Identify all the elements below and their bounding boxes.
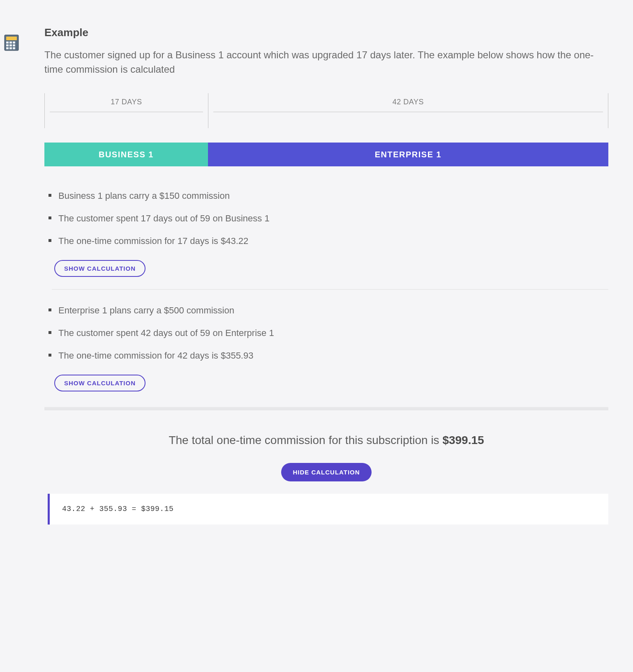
svg-rect-10 [13,47,15,49]
business-list: Business 1 plans carry a $150 commission… [44,189,608,248]
list-item: Business 1 plans carry a $150 commission [49,189,608,203]
timeline-segment-2: 42 DAYS [208,93,608,128]
list-item: The one-time commission for 42 days is $… [49,349,608,362]
svg-rect-9 [9,47,12,49]
svg-rect-1 [6,37,17,40]
section-divider [44,407,608,410]
svg-rect-3 [9,41,12,44]
svg-rect-8 [6,47,9,49]
calculator-icon [4,35,19,55]
total-prefix: The total one-time commission for this s… [169,434,442,446]
svg-rect-7 [13,44,15,46]
timeline: 17 DAYS 42 DAYS [44,93,608,128]
svg-rect-2 [6,41,9,44]
list-item: The customer spent 42 days out of 59 on … [49,326,608,340]
show-calculation-button[interactable]: SHOW CALCULATION [54,260,146,277]
example-intro: The customer signed up for a Business 1 … [44,48,608,77]
hide-calculation-button[interactable]: HIDE CALCULATION [281,463,371,481]
plan-bars: BUSINESS 1 ENTERPRISE 1 [44,143,608,166]
plan-bar-enterprise: ENTERPRISE 1 [208,143,608,166]
show-calculation-button[interactable]: SHOW CALCULATION [54,375,146,391]
example-card: Example The customer signed up for a Bus… [0,0,633,557]
timeline-label-1: 17 DAYS [45,93,208,112]
svg-rect-4 [13,41,15,44]
svg-rect-5 [6,44,9,46]
total-commission-line: The total one-time commission for this s… [44,432,608,449]
svg-rect-6 [9,44,12,46]
calculation-box: 43.22 + 355.93 = $399.15 [48,494,608,525]
list-item: The customer spent 17 days out of 59 on … [49,212,608,225]
divider [52,289,608,290]
timeline-label-2: 42 DAYS [208,93,608,112]
timeline-segment-1: 17 DAYS [44,93,208,128]
total-amount: $399.15 [442,434,484,446]
example-title: Example [44,25,608,41]
list-item: The one-time commission for 17 days is $… [49,234,608,248]
list-item: Enterprise 1 plans carry a $500 commissi… [49,304,608,317]
enterprise-list: Enterprise 1 plans carry a $500 commissi… [44,304,608,362]
plan-bar-business: BUSINESS 1 [44,143,208,166]
